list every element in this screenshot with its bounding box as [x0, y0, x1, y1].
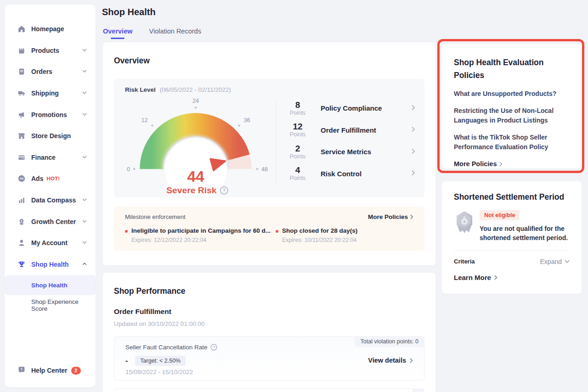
points-row-order-fulfillment[interactable]: 12Points Order Fulfillment: [287, 119, 415, 141]
metric-value: -: [125, 357, 128, 365]
violation-points-list: 8Points Policy Compliance 12Points Order…: [287, 97, 415, 185]
overview-card: Overview Risk Level (06/05/2022 - 02/11/…: [103, 42, 435, 265]
divider: [454, 250, 570, 251]
more-policies-link[interactable]: More Policies: [454, 160, 570, 168]
shop-health-icon: [17, 260, 26, 269]
chevron-right-icon: [499, 162, 503, 167]
metric-period: 15/09/2022 - 15/10/2022: [125, 369, 193, 375]
sidebar-item-growth-center[interactable]: Growth Center: [5, 211, 96, 232]
shop-health-evaluation-policies-card: Shop Health Evaluation Policies What are…: [442, 44, 582, 168]
sidebar-item-ads[interactable]: AD Ads HOT!: [5, 168, 96, 190]
sidebar-subitem-shop-health[interactable]: Shop Health: [5, 275, 96, 295]
sidebar-subitem-shop-experience-score[interactable]: Shop Experience Score: [5, 295, 96, 315]
help-center-icon: ?: [17, 365, 26, 375]
points-row-risk-control[interactable]: 4Points Risk Control: [287, 163, 415, 185]
page-title: Shop Health: [102, 7, 156, 17]
criteria-expand-toggle[interactable]: Expand: [540, 258, 570, 265]
help-center-item[interactable]: ? Help Center 2: [17, 365, 81, 375]
chevron-right-icon: [412, 104, 415, 112]
not-eligible-badge: Not eligible: [480, 210, 520, 220]
my-account-icon: [17, 239, 26, 247]
shop-performance-card: Shop Performance Order Fulfillment Updat…: [103, 273, 435, 392]
sidebar-subitem-label: Shop Experience Score: [31, 298, 96, 312]
sidebar-item-label: Store Design: [31, 132, 87, 140]
updated-timestamp: Updated on 30/10/2022 01:00:00: [114, 320, 204, 327]
question-icon[interactable]: ?: [210, 344, 217, 351]
chevron-down-icon: [82, 153, 87, 162]
sidebar-item-data-compass[interactable]: Data Compass: [5, 190, 96, 211]
sidebar-item-shop-health[interactable]: Shop Health: [5, 254, 96, 275]
svg-text:?: ?: [223, 188, 226, 193]
chevron-down-icon: [82, 218, 87, 226]
policy-link-non-local-languages[interactable]: Restricting the Use of Non-Local Languag…: [454, 106, 570, 125]
seller-fault-cancellation-card: Total violation points: 0 Seller Fault C…: [114, 336, 424, 381]
shortened-settlement-period-card: Shortened Settlement Period Not eligible…: [442, 181, 582, 294]
policy-link-unsupported-products[interactable]: What are Unsupported Products?: [454, 89, 570, 99]
sidebar-item-orders[interactable]: Orders: [5, 61, 96, 83]
tab-overview[interactable]: Overview: [103, 28, 133, 39]
store-design-icon: [17, 132, 26, 140]
milestone-item-expires: Expires: 12/12/2022 20:22:04: [131, 237, 271, 243]
next-metric-card-partial: [114, 388, 424, 392]
sidebar-item-homepage[interactable]: Homepage: [5, 18, 96, 40]
metric-target-badge: Target: < 2.50%: [135, 356, 186, 366]
policy-link-performance-evaluation[interactable]: What is the TikTok Shop Seller Performan…: [454, 133, 570, 152]
bullet-dot: [125, 230, 128, 233]
sidebar-item-finance[interactable]: Finance: [5, 147, 96, 168]
divider: [276, 102, 276, 185]
points-label: Service Metrics: [321, 148, 412, 156]
points-unit: Points: [287, 131, 309, 138]
settlement-message: You are not qualified for the shortened …: [480, 224, 570, 243]
chevron-right-icon: [412, 148, 415, 156]
sidebar-item-label: Orders: [31, 68, 82, 75]
risk-level-panel: Risk Level (06/05/2022 - 02/11/2022): [114, 79, 424, 197]
metric-name: Seller Fault Cancellation Rate ?: [125, 344, 217, 351]
bullet-dot: [276, 230, 278, 233]
tab-violation-records[interactable]: Violation Records: [149, 28, 201, 39]
chevron-down-icon: [82, 46, 87, 55]
sidebar-item-store-design[interactable]: Store Design: [5, 125, 96, 147]
sidebar-item-my-account[interactable]: My Account: [5, 232, 96, 254]
sidebar-item-shipping[interactable]: Shipping: [5, 83, 96, 104]
gauge-value: 44: [187, 168, 204, 185]
milestone-more-policies-link[interactable]: More Policies: [368, 213, 413, 220]
svg-text:?: ?: [21, 368, 23, 371]
chevron-right-icon: [494, 275, 498, 280]
sidebar-item-label: Finance: [31, 154, 82, 161]
home-icon: [17, 25, 26, 33]
growth-center-icon: [17, 218, 26, 226]
sidebar-item-label: Shipping: [31, 90, 82, 97]
tab-bar: Overview Violation Records: [103, 28, 201, 39]
chevron-right-icon: [412, 126, 415, 134]
view-details-link[interactable]: View details: [368, 357, 413, 364]
gauge-tick-0: 0: [127, 166, 130, 173]
risk-help-icon: ?: [220, 187, 228, 194]
products-icon: [17, 46, 26, 55]
risk-level-period: (06/05/2022 - 02/11/2022): [160, 86, 231, 93]
sidebar-item-promotions[interactable]: Promotions: [5, 104, 96, 125]
total-violation-points-badge: [413, 388, 424, 392]
milestone-item: Shop closed for 28 day(s) Expires: 10/11…: [276, 227, 413, 243]
ads-icon: AD: [17, 174, 26, 183]
total-violation-points-badge: Total violation points: 0: [355, 336, 424, 347]
hot-badge: HOT!: [46, 176, 60, 181]
overview-card-title: Overview: [114, 56, 150, 66]
milestone-item-expires: Expires: 10/11/2022 20:22:04: [282, 237, 357, 243]
chevron-right-icon: [412, 169, 415, 178]
svg-text:AD: AD: [20, 178, 24, 180]
sidebar-item-label: Ads: [31, 175, 43, 182]
learn-more-link[interactable]: Learn More: [454, 274, 570, 281]
chevron-down-icon: [82, 196, 87, 204]
risk-level-label: Risk Level: [125, 86, 156, 93]
finance-icon: [17, 153, 26, 162]
points-row-service-metrics[interactable]: 2Points Service Metrics: [287, 141, 415, 163]
chevron-down-icon: [82, 239, 87, 247]
chevron-down-icon: [565, 260, 570, 263]
data-compass-icon: [17, 196, 26, 204]
milestone-title: Milestone enforcement: [125, 213, 368, 220]
points-row-policy-compliance[interactable]: 8Points Policy Compliance: [287, 97, 415, 119]
sidebar-item-products[interactable]: Products: [5, 40, 96, 62]
sidebar-item-label: Promotions: [31, 111, 82, 118]
chevron-down-icon: [82, 111, 87, 119]
chevron-right-icon: [410, 358, 413, 363]
